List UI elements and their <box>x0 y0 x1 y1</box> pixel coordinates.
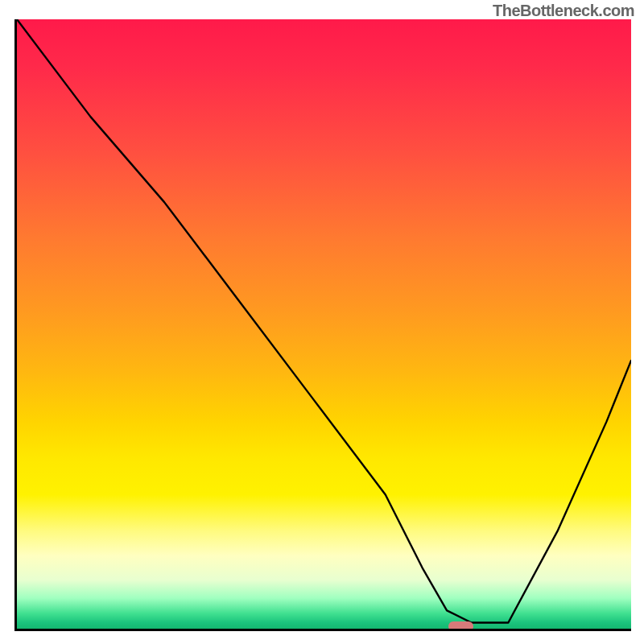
bottleneck-curve <box>17 19 631 629</box>
watermark-text: TheBottleneck.com <box>493 2 634 20</box>
chart-plot-area <box>14 19 631 631</box>
optimal-marker <box>448 621 473 631</box>
